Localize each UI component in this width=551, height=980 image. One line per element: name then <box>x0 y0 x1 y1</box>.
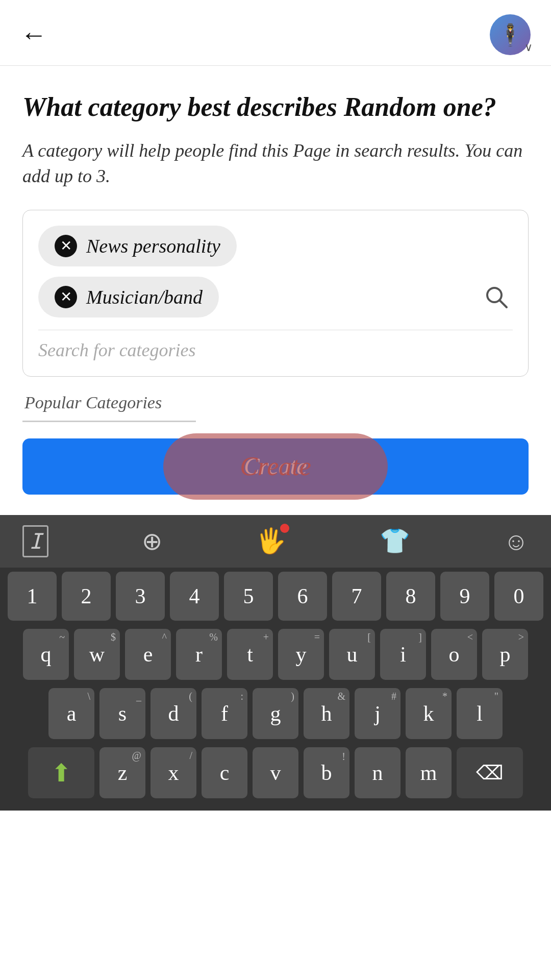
shift-arrow-icon: ⬆ <box>51 758 71 787</box>
avatar-wrapper[interactable]: 🕴 ∨ <box>490 14 531 55</box>
key-a[interactable]: \a <box>48 688 94 739</box>
key-9[interactable]: 9 <box>440 572 489 621</box>
keyboard-row-1: ~q $w ^e %r +t =y [u ]i <o >p <box>0 625 551 684</box>
mic-wrapper[interactable]: 🖐 <box>256 527 286 555</box>
key-q[interactable]: ~q <box>23 629 69 680</box>
key-t[interactable]: +t <box>227 629 273 680</box>
remove-musician-band-button[interactable]: ✕ <box>55 286 77 308</box>
key-m[interactable]: m <box>406 747 452 798</box>
key-k[interactable]: *k <box>406 688 452 739</box>
mic-recording-dot <box>280 524 289 533</box>
popular-categories-label: Popular Categories <box>22 393 529 412</box>
search-row-left: ✕ Musician/band <box>38 277 480 317</box>
create-button-wrapper: Create Create <box>22 438 529 495</box>
key-4[interactable]: 4 <box>170 572 219 621</box>
tag-row-1: ✕ News personality <box>38 226 513 266</box>
tag-musician-band-label: Musician/band <box>86 286 203 308</box>
key-d[interactable]: (d <box>151 688 196 739</box>
avatar-icon: 🕴 <box>497 22 523 47</box>
create-button[interactable]: Create <box>22 438 529 495</box>
emoji-icon[interactable]: ☺ <box>504 527 529 555</box>
key-3[interactable]: 3 <box>116 572 165 621</box>
delete-key[interactable]: ⌫ <box>457 747 523 798</box>
back-button[interactable]: ← <box>20 21 47 48</box>
keyboard: I ⊕ 🖐 👕 ☺ 1 2 3 4 5 6 7 8 9 0 ~q $w ^e %… <box>0 515 551 811</box>
keyboard-number-row: 1 2 3 4 5 6 7 8 9 0 <box>0 568 551 625</box>
key-b[interactable]: !b <box>304 747 349 798</box>
key-p[interactable]: >p <box>482 629 528 680</box>
page-title: What category best describes Random one? <box>22 90 529 124</box>
search-icon-button[interactable] <box>480 281 513 313</box>
key-1[interactable]: 1 <box>8 572 57 621</box>
svg-line-1 <box>499 300 507 307</box>
key-x[interactable]: /x <box>151 747 196 798</box>
tag-news-personality-label: News personality <box>86 235 220 257</box>
key-g[interactable]: )g <box>253 688 298 739</box>
key-o[interactable]: <o <box>431 629 477 680</box>
key-2[interactable]: 2 <box>62 572 111 621</box>
key-l[interactable]: "l <box>457 688 503 739</box>
key-7[interactable]: 7 <box>332 572 381 621</box>
key-y[interactable]: =y <box>278 629 324 680</box>
key-i[interactable]: ]i <box>380 629 426 680</box>
keyboard-toolbar: I ⊕ 🖐 👕 ☺ <box>0 515 551 568</box>
category-box: ✕ News personality ✕ Musician/band Searc… <box>22 210 529 377</box>
shift-key[interactable]: ⬆ <box>28 747 94 798</box>
cursor-icon[interactable]: I <box>22 525 48 557</box>
shirt-icon[interactable]: 👕 <box>380 527 410 555</box>
key-n[interactable]: n <box>355 747 400 798</box>
keyboard-row-3: ⬆ @z /x c v !b n m ⌫ <box>0 743 551 811</box>
key-z[interactable]: @z <box>99 747 145 798</box>
key-h[interactable]: &h <box>304 688 349 739</box>
page-subtitle: A category will help people find this Pa… <box>22 138 529 189</box>
key-s[interactable]: _s <box>99 688 145 739</box>
avatar-chevron-icon: ∨ <box>524 41 533 54</box>
key-0[interactable]: 0 <box>494 572 543 621</box>
key-5[interactable]: 5 <box>224 572 273 621</box>
tag-musician-band[interactable]: ✕ Musician/band <box>38 277 219 317</box>
key-r[interactable]: %r <box>176 629 222 680</box>
main-content: What category best describes Random one?… <box>0 66 551 495</box>
key-6[interactable]: 6 <box>278 572 327 621</box>
remove-news-personality-button[interactable]: ✕ <box>55 235 77 257</box>
key-e[interactable]: ^e <box>125 629 171 680</box>
key-u[interactable]: [u <box>329 629 375 680</box>
tag-news-personality[interactable]: ✕ News personality <box>38 226 237 266</box>
globe-icon[interactable]: ⊕ <box>142 527 162 555</box>
search-row: ✕ Musician/band <box>38 277 513 317</box>
top-bar: ← 🕴 ∨ <box>0 0 551 66</box>
key-v[interactable]: v <box>253 747 298 798</box>
search-icon <box>483 284 510 310</box>
search-input-placeholder[interactable]: Search for categories <box>38 333 196 368</box>
popular-divider <box>22 421 196 422</box>
key-c[interactable]: c <box>202 747 247 798</box>
create-button-label: Create <box>244 453 307 480</box>
key-w[interactable]: $w <box>74 629 120 680</box>
key-f[interactable]: :f <box>202 688 247 739</box>
keyboard-row-2: \a _s (d :f )g &h #j *k "l <box>0 684 551 743</box>
key-j[interactable]: #j <box>355 688 400 739</box>
key-8[interactable]: 8 <box>386 572 435 621</box>
